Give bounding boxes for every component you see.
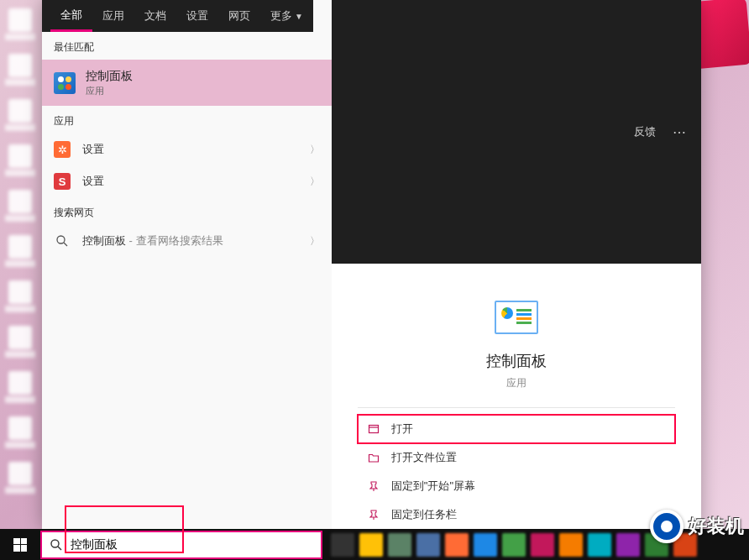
action-open[interactable]: 打开 [358, 415, 675, 443]
desktop-icon[interactable] [3, 326, 37, 361]
app-result-settings-1[interactable]: ✲ 设置 〉 [42, 133, 332, 165]
watermark: 好装机 [650, 510, 744, 543]
taskbar-app[interactable] [502, 533, 526, 557]
svg-line-5 [58, 547, 61, 550]
desktop-icon[interactable] [3, 144, 37, 180]
taskbar-app-icons [331, 529, 697, 560]
control-panel-icon [54, 72, 76, 94]
result-label: 设置 [82, 142, 310, 157]
gear-icon: ✲ [54, 141, 71, 158]
preview-actions: 打开 打开文件位置 固定到"开始"屏幕 固定到任务栏 [358, 415, 675, 529]
svg-line-1 [64, 243, 67, 246]
desktop-icon[interactable] [3, 280, 37, 316]
svg-rect-2 [369, 426, 378, 433]
taskbar-app[interactable] [388, 533, 411, 557]
tab-all[interactable]: 全部 [50, 0, 92, 32]
desktop-icon[interactable] [3, 416, 37, 452]
desktop-icon[interactable] [3, 54, 37, 89]
watermark-logo-icon [650, 510, 684, 543]
pin-icon [366, 480, 381, 492]
best-match-subtitle: 应用 [86, 85, 133, 97]
feedback-link[interactable]: 反馈 [627, 124, 663, 139]
app-result-settings-2[interactable]: S 设置 〉 [42, 165, 332, 197]
action-open-location[interactable]: 打开文件位置 [358, 443, 675, 472]
preview-subtitle: 应用 [506, 376, 526, 390]
search-results-column: 全部 应用 文档 设置 网页 更多▼ 最佳匹配 控制面板 应用 应用 ✲ 设置 … [42, 0, 332, 529]
taskbar [0, 529, 749, 560]
open-icon [366, 423, 381, 435]
folder-icon [366, 452, 381, 463]
chevron-down-icon: ▼ [295, 12, 303, 21]
action-pin-start[interactable]: 固定到"开始"屏幕 [358, 472, 675, 500]
section-apps-label: 应用 [42, 106, 332, 133]
taskbar-app[interactable] [531, 533, 554, 557]
section-web-label: 搜索网页 [42, 197, 332, 225]
result-label: 设置 [82, 174, 310, 189]
taskbar-app[interactable] [616, 533, 640, 557]
desktop-icon[interactable] [3, 235, 37, 270]
search-icon [54, 233, 71, 249]
action-label: 固定到任务栏 [391, 507, 457, 522]
section-best-match-label: 最佳匹配 [42, 32, 332, 60]
watermark-text: 好装机 [689, 514, 744, 539]
taskbar-search-box[interactable] [42, 532, 321, 557]
chevron-right-icon: 〉 [310, 143, 320, 157]
tab-documents[interactable]: 文档 [134, 0, 176, 32]
desktop-icon[interactable] [3, 190, 37, 225]
taskbar-app[interactable] [416, 533, 440, 557]
taskbar-app[interactable] [474, 533, 497, 557]
pin-icon [366, 509, 381, 521]
best-match-title: 控制面板 [86, 69, 133, 84]
search-icon [42, 538, 71, 552]
desktop-icons-column [3, 8, 40, 497]
windows-logo-icon [13, 538, 27, 552]
taskbar-app[interactable] [559, 533, 583, 557]
web-result[interactable]: 控制面板 - 查看网络搜索结果 〉 [42, 225, 332, 257]
start-search-panel: 全部 应用 文档 设置 网页 更多▼ 最佳匹配 控制面板 应用 应用 ✲ 设置 … [42, 0, 701, 529]
action-label: 打开 [391, 421, 413, 437]
action-label: 打开文件位置 [391, 450, 457, 465]
svg-point-0 [57, 236, 65, 243]
search-input[interactable] [71, 532, 321, 557]
preview-column: 反馈 ⋯ 控制面板 应用 打开 打开文件位置 固定到"开始"屏幕 [332, 0, 701, 529]
desktop-icon[interactable] [3, 99, 37, 134]
more-menu-button[interactable]: ⋯ [668, 124, 691, 140]
desktop-icon[interactable] [3, 462, 37, 497]
action-pin-taskbar[interactable]: 固定到任务栏 [358, 500, 675, 529]
sogou-icon: S [54, 173, 71, 190]
result-label: 控制面板 - 查看网络搜索结果 [82, 233, 310, 249]
chevron-right-icon: 〉 [310, 234, 320, 249]
divider [358, 407, 675, 408]
taskbar-app[interactable] [359, 533, 383, 557]
taskbar-app[interactable] [445, 533, 469, 557]
svg-point-4 [51, 540, 59, 547]
best-match-result[interactable]: 控制面板 应用 [42, 60, 332, 106]
tab-more[interactable]: 更多▼ [260, 0, 305, 32]
tab-apps[interactable]: 应用 [92, 0, 134, 32]
search-filter-tabs: 全部 应用 文档 设置 网页 更多▼ [42, 0, 313, 32]
desktop-icon[interactable] [3, 8, 37, 44]
desktop-icon[interactable] [3, 371, 37, 406]
start-button[interactable] [0, 529, 40, 560]
action-label: 固定到"开始"屏幕 [391, 479, 475, 494]
header-right: 反馈 ⋯ [332, 0, 701, 264]
taskbar-app[interactable] [331, 533, 354, 557]
control-panel-large-icon [495, 301, 538, 334]
tab-web[interactable]: 网页 [218, 0, 260, 32]
preview-title: 控制面板 [486, 351, 547, 371]
chevron-right-icon: 〉 [310, 175, 320, 189]
taskbar-app[interactable] [588, 533, 611, 557]
tab-settings[interactable]: 设置 [176, 0, 218, 32]
